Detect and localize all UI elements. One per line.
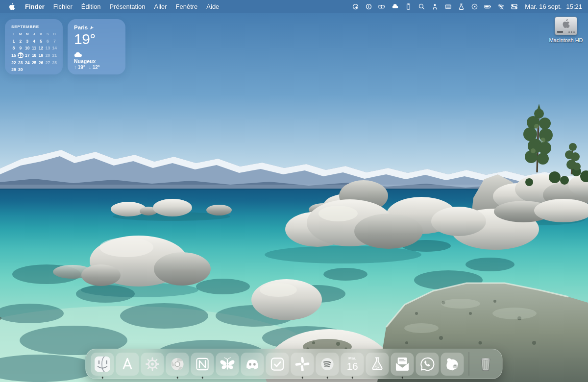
dock-app-store-icon[interactable] [116, 353, 139, 376]
cloud-icon[interactable] [391, 2, 399, 11]
dock-whatsapp-icon[interactable] [416, 353, 439, 376]
running-indicator [401, 377, 403, 379]
calendar-day: 18 [31, 52, 37, 59]
calendar-day: 5 [38, 38, 44, 45]
running-indicator [201, 377, 203, 379]
weather-current-temp: 19° [74, 31, 120, 48]
desktop-icon-label: Macintosh HD [549, 37, 583, 43]
calendar-day: 23 [18, 59, 24, 66]
dock-system-settings-icon[interactable] [141, 353, 164, 376]
calendar-day: 20 [45, 52, 51, 59]
weather-widget[interactable]: Paris 19° Nuageux ↑ 19° ↓ 12° [68, 19, 125, 74]
menu-bar-clock[interactable]: Mar. 16 sept. 15:21 [525, 3, 582, 10]
dock-calendar-daynum: 16 [347, 361, 358, 371]
calendar-day-header: L [13, 32, 15, 36]
hard-drive-icon [555, 17, 577, 35]
dock-flask-app-icon[interactable] [366, 353, 389, 376]
calendar-day: 6 [45, 38, 51, 45]
dock-spotify-icon[interactable] [316, 353, 339, 376]
desktop-icon-macintosh-hd[interactable]: Macintosh HD [548, 17, 584, 43]
dock-finder-icon[interactable] [91, 353, 114, 376]
control-center-icon[interactable] [510, 2, 518, 11]
calendar-day: 30 [18, 67, 24, 73]
calendar-day: 24 [24, 59, 30, 66]
dock-butterfly-app-icon[interactable] [216, 353, 239, 376]
calendar-day-header: V [40, 32, 42, 36]
dock-slack-icon[interactable] [291, 353, 314, 376]
dock-trash-icon[interactable] [474, 353, 497, 376]
clock-time: 15:21 [566, 3, 582, 10]
dock-notion-icon[interactable] [191, 353, 214, 376]
dock-separator [469, 352, 469, 376]
dock-mail-icon[interactable] [391, 353, 414, 376]
dock-things-icon[interactable] [266, 353, 289, 376]
location-arrow-icon [90, 25, 94, 30]
calendar-day-header: M [19, 32, 22, 36]
status-icons [349, 2, 521, 11]
running-indicator [101, 377, 103, 379]
menu-aller[interactable]: Aller [150, 3, 172, 10]
calendar-day-header: J [33, 32, 35, 36]
dock-discord-icon[interactable] [241, 353, 264, 376]
running-indicator [176, 377, 178, 379]
battery-icon[interactable] [484, 2, 492, 11]
keyboard-icon[interactable] [444, 2, 452, 11]
search-icon[interactable] [417, 2, 426, 11]
calendar-day: 22 [11, 59, 17, 66]
calendar-day: 7 [51, 38, 58, 45]
calendar-day: 28 [51, 59, 58, 66]
dock-chrome-icon[interactable] [166, 353, 189, 376]
dock: Mar.16 [86, 349, 503, 379]
calendar-day: 14 [51, 45, 58, 51]
calendar-widget-grid: LMMJVSD123456789101112131415161718192021… [10, 30, 58, 73]
calendar-day: 15 [11, 52, 17, 59]
dock-bear-icon[interactable] [441, 353, 464, 376]
weather-condition: Nuageux [74, 58, 120, 64]
calendar-day: 29 [11, 67, 17, 73]
menu-presentation[interactable]: Présentation [105, 3, 150, 10]
calendar-day: 9 [18, 45, 24, 51]
calendar-day: 19 [38, 52, 44, 59]
calendar-day-header: S [47, 32, 49, 36]
menu-finder[interactable]: Finder [21, 3, 49, 10]
calendar-day: 2 [18, 38, 24, 45]
iphone-mirroring-icon[interactable] [404, 2, 413, 11]
calendar-day: 13 [45, 45, 51, 51]
calendar-day: 4 [31, 38, 37, 45]
calendar-day: 25 [31, 59, 37, 66]
recording-icon[interactable] [351, 2, 360, 11]
calendar-day: 10 [24, 45, 30, 51]
calendar-day: 11 [31, 45, 37, 51]
app-menus: FinderFichierÉditionPrésentationAllerFen… [21, 3, 223, 10]
info-circle-icon[interactable] [365, 2, 373, 11]
now-playing-icon[interactable] [470, 2, 479, 11]
dock-calendar-icon[interactable]: Mar.16 [341, 353, 364, 376]
calendar-day: 17 [24, 52, 30, 59]
calendar-day: 26 [38, 59, 44, 66]
flask-icon[interactable] [457, 2, 466, 11]
cloud-icon [74, 51, 120, 58]
running-indicator [326, 377, 328, 379]
running-indicator [301, 377, 303, 379]
desktop: FinderFichierÉditionPrésentationAllerFen… [0, 0, 588, 382]
apple-menu-icon[interactable] [9, 3, 16, 10]
menu-fichier[interactable]: Fichier [49, 3, 77, 10]
dock-calendar-tile: Mar.16 [347, 357, 358, 371]
battery-charging-icon[interactable] [378, 2, 386, 11]
person-icon[interactable] [431, 2, 439, 11]
weather-high: ↑ 19° [74, 65, 85, 70]
menu-bar-left: FinderFichierÉditionPrésentationAllerFen… [6, 3, 223, 10]
calendar-today: 16 [18, 52, 24, 59]
menu-aide[interactable]: Aide [202, 3, 223, 10]
weather-low: ↓ 12° [89, 65, 100, 70]
calendar-day: 8 [11, 45, 17, 51]
menu-fenetre[interactable]: Fenêtre [172, 3, 202, 10]
calendar-day: 3 [24, 38, 30, 45]
menu-bar-right: Mar. 16 sept. 15:21 [349, 2, 582, 11]
calendar-widget[interactable]: SEPTEMBRE LMMJVSD12345678910111213141516… [5, 19, 63, 74]
calendar-widget-month: SEPTEMBRE [11, 24, 58, 29]
calendar-day: 21 [51, 52, 58, 59]
wifi-icon[interactable] [497, 2, 505, 11]
menu-edition[interactable]: Édition [77, 3, 105, 10]
dock-calendar-weekday: Mar. [348, 357, 356, 360]
